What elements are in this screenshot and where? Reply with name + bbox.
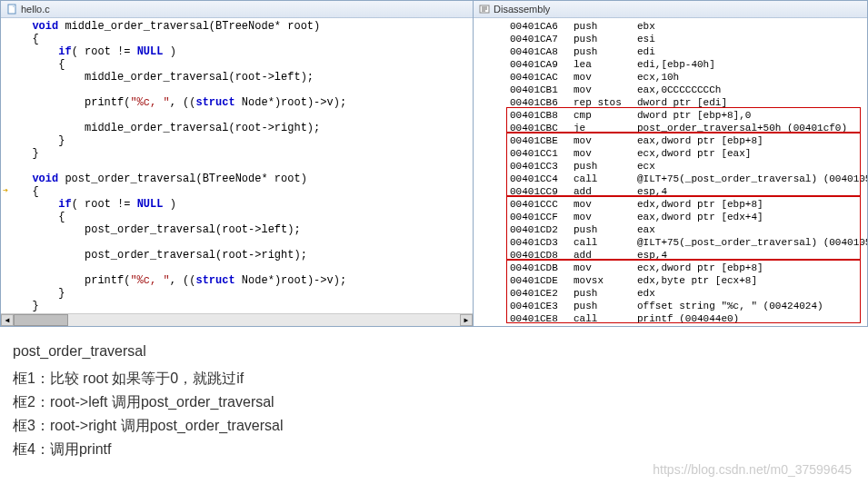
asm-args: ecx,dword ptr [ebp+8] bbox=[637, 262, 863, 274]
asm-line[interactable]: 00401CBCjepost_order_traversal+50h (0040… bbox=[474, 122, 867, 134]
asm-line[interactable]: 00401CA8pushedi bbox=[474, 45, 867, 58]
scroll-track[interactable] bbox=[14, 314, 460, 326]
asm-address: 00401CE8 bbox=[510, 312, 574, 325]
asm-args: ebx bbox=[637, 20, 863, 33]
source-line[interactable]: post_order_traversal(root->left); bbox=[1, 223, 473, 236]
asm-icon bbox=[479, 4, 490, 15]
asm-args: edi bbox=[637, 45, 863, 58]
scroll-left-button[interactable]: ◀ bbox=[1, 314, 14, 326]
asm-opcode: push bbox=[574, 223, 637, 236]
asm-opcode: cmp bbox=[574, 109, 637, 122]
disassembly-pane: Disassembly 00401CA6pushebx00401CA7pushe… bbox=[473, 0, 868, 327]
source-line[interactable]: {➔ bbox=[1, 185, 473, 198]
source-line[interactable] bbox=[1, 312, 473, 313]
asm-line[interactable]: 00401CD8addesp,4 bbox=[474, 249, 867, 262]
asm-line[interactable]: 00401CC3pushecx bbox=[474, 160, 867, 173]
asm-args: @ILT+75(_post_order_traversal) (00401050… bbox=[637, 236, 867, 249]
asm-line[interactable]: 00401CCFmoveax,dword ptr [edx+4] bbox=[474, 211, 867, 223]
source-editor[interactable]: void middle_order_traversal(BTreeNode* r… bbox=[1, 18, 473, 313]
source-line[interactable] bbox=[1, 236, 473, 249]
asm-line[interactable]: 00401CB6rep stosdword ptr [edi] bbox=[474, 96, 867, 109]
asm-address: 00401CAC bbox=[510, 71, 574, 84]
asm-line[interactable]: 00401CA6pushebx bbox=[474, 20, 867, 33]
source-line[interactable]: printf("%c, ", ((struct Node*)root)->v); bbox=[1, 96, 473, 109]
disassembly-view[interactable]: 00401CA6pushebx00401CA7pushesi00401CA8pu… bbox=[474, 18, 867, 326]
source-line[interactable]: { bbox=[1, 211, 473, 223]
source-line[interactable]: post_order_traversal(root->right); bbox=[1, 249, 473, 262]
source-line[interactable]: } bbox=[1, 287, 473, 300]
scroll-right-button[interactable]: ▶ bbox=[460, 314, 473, 326]
source-tab[interactable]: hello.c bbox=[1, 1, 473, 18]
asm-args: eax,dword ptr [ebp+8] bbox=[637, 134, 863, 147]
asm-line[interactable]: 00401CC4call@ILT+75(_post_order_traversa… bbox=[474, 173, 867, 185]
asm-args: esi bbox=[637, 33, 863, 45]
asm-args: offset string "%c, " (00424024) bbox=[637, 300, 863, 312]
disassembly-tab[interactable]: Disassembly bbox=[474, 1, 867, 18]
asm-args: post_order_traversal+50h (00401cf0) bbox=[637, 122, 863, 134]
asm-opcode: add bbox=[574, 185, 637, 198]
asm-opcode: mov bbox=[574, 84, 637, 96]
asm-line[interactable]: 00401CA7pushesi bbox=[474, 33, 867, 45]
asm-line[interactable]: 00401CB8cmpdword ptr [ebp+8],0 bbox=[474, 109, 867, 122]
asm-line[interactable]: 00401CE8callprintf (004044e0) bbox=[474, 312, 867, 325]
asm-opcode: push bbox=[574, 287, 637, 300]
source-line[interactable] bbox=[1, 84, 473, 96]
asm-line[interactable]: 00401CD3call@ILT+75(_post_order_traversa… bbox=[474, 236, 867, 249]
asm-line[interactable]: 00401CEDaddesp,8 bbox=[474, 325, 867, 326]
asm-address: 00401CD8 bbox=[510, 249, 574, 262]
source-line[interactable]: void middle_order_traversal(BTreeNode* r… bbox=[1, 20, 473, 33]
source-pane: hello.c void middle_order_traversal(BTre… bbox=[0, 0, 473, 327]
asm-line[interactable]: 00401CC1movecx,dword ptr [eax] bbox=[474, 147, 867, 160]
asm-line[interactable]: 00401CC9addesp,4 bbox=[474, 185, 867, 198]
source-line[interactable] bbox=[1, 262, 473, 274]
source-line[interactable]: } bbox=[1, 147, 473, 160]
asm-opcode: je bbox=[574, 122, 637, 134]
asm-line[interactable]: 00401CE3pushoffset string "%c, " (004240… bbox=[474, 300, 867, 312]
asm-line[interactable]: 00401CDBmovecx,dword ptr [ebp+8] bbox=[474, 262, 867, 274]
asm-address: 00401CE2 bbox=[510, 287, 574, 300]
source-line[interactable]: if( root != NULL ) bbox=[1, 198, 473, 211]
asm-opcode: mov bbox=[574, 71, 637, 84]
source-line[interactable]: { bbox=[1, 58, 473, 71]
asm-args: dword ptr [edi] bbox=[637, 96, 863, 109]
disassembly-tab-label: Disassembly bbox=[494, 4, 550, 15]
asm-line[interactable]: 00401CE2pushedx bbox=[474, 287, 867, 300]
asm-opcode: push bbox=[574, 160, 637, 173]
asm-address: 00401CCF bbox=[510, 211, 574, 223]
asm-line[interactable]: 00401CD2pusheax bbox=[474, 223, 867, 236]
source-line[interactable]: if( root != NULL ) bbox=[1, 45, 473, 58]
source-line[interactable]: printf("%c, ", ((struct Node*)root)->v); bbox=[1, 274, 473, 287]
asm-address: 00401CDE bbox=[510, 274, 574, 287]
source-line[interactable]: middle_order_traversal(root->right); bbox=[1, 122, 473, 134]
source-line[interactable]: void post_order_traversal(BTreeNode* roo… bbox=[1, 173, 473, 185]
scroll-thumb[interactable] bbox=[14, 314, 68, 326]
file-icon bbox=[6, 4, 17, 15]
source-line[interactable]: } bbox=[1, 300, 473, 312]
asm-args: edx,dword ptr [ebp+8] bbox=[637, 198, 863, 211]
source-line[interactable]: { bbox=[1, 33, 473, 45]
source-line[interactable] bbox=[1, 160, 473, 173]
scrollbar-horizontal[interactable]: ◀ ▶ bbox=[1, 313, 473, 326]
source-line[interactable]: middle_order_traversal(root->left); bbox=[1, 71, 473, 84]
source-tab-label: hello.c bbox=[21, 4, 50, 15]
note-line: 框2：root->left 调用post_order_traversal bbox=[13, 390, 855, 414]
asm-line[interactable]: 00401CACmovecx,10h bbox=[474, 71, 867, 84]
asm-opcode: call bbox=[574, 236, 637, 249]
asm-address: 00401CC4 bbox=[510, 173, 574, 185]
asm-args: edi,[ebp-40h] bbox=[637, 58, 863, 71]
source-line[interactable] bbox=[1, 109, 473, 122]
asm-line[interactable]: 00401CA9leaedi,[ebp-40h] bbox=[474, 58, 867, 71]
asm-line[interactable]: 00401CCCmovedx,dword ptr [ebp+8] bbox=[474, 198, 867, 211]
asm-address: 00401CC1 bbox=[510, 147, 574, 160]
asm-line[interactable]: 00401CBEmoveax,dword ptr [ebp+8] bbox=[474, 134, 867, 147]
asm-line[interactable]: 00401CDEmovsxedx,byte ptr [ecx+8] bbox=[474, 274, 867, 287]
asm-opcode: push bbox=[574, 45, 637, 58]
note-line: 框4：调用printf bbox=[13, 438, 855, 461]
asm-opcode: push bbox=[574, 20, 637, 33]
asm-line[interactable]: 00401CB1moveax,0CCCCCCCCh bbox=[474, 84, 867, 96]
asm-args: eax,0CCCCCCCCh bbox=[637, 84, 863, 96]
source-line[interactable]: } bbox=[1, 134, 473, 147]
asm-address: 00401CA8 bbox=[510, 45, 574, 58]
asm-opcode: mov bbox=[574, 134, 637, 147]
asm-address: 00401CD2 bbox=[510, 223, 574, 236]
